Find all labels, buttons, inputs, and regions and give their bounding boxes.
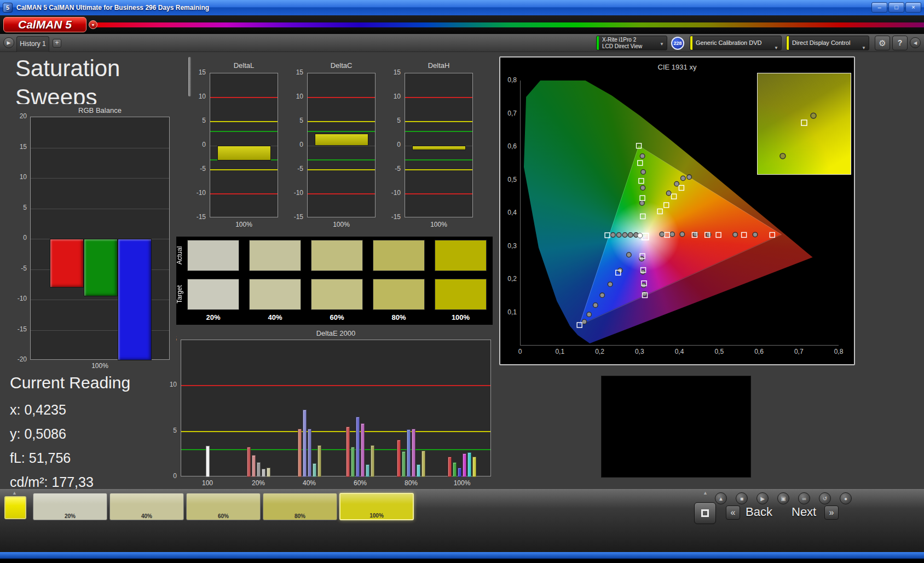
reading-x: x: 0,4235 (10, 402, 130, 418)
rgb-gridline (31, 178, 169, 179)
transport-loop-button[interactable]: ↺ (819, 492, 831, 504)
patch-col-label: 100% (435, 313, 487, 321)
transport-stop-button[interactable]: ■ (736, 492, 748, 504)
expand-panel-button[interactable]: ▶ (3, 37, 14, 48)
measurement-point (674, 181, 679, 186)
tab-history-1[interactable]: History 1 (16, 36, 49, 52)
cie-ytick-label: 0,3 (507, 242, 517, 250)
limit-line (210, 131, 278, 132)
add-tab-button[interactable]: + (53, 39, 61, 48)
rgb-balance-chart: RGB Balance 20151050-5-10-15-20 100% (0, 104, 176, 375)
measurement-point (733, 232, 738, 237)
restore-button[interactable]: □ (888, 2, 904, 13)
window-bottom-border (0, 552, 924, 559)
measurement-point (627, 252, 632, 257)
cie-inset-points (758, 73, 851, 174)
cie-xtick-label: 0,4 (668, 348, 690, 355)
transport-eject-button[interactable]: ▲ (715, 492, 727, 504)
bottom-swatch-80%[interactable]: 80% (263, 493, 337, 520)
deltac-plot (307, 73, 376, 217)
rgb-ytick-label: 20 (20, 112, 27, 120)
inset-measurement-point (780, 153, 786, 159)
deltah-chart: DeltaH 151050-5-10-15 100% (379, 61, 475, 230)
rgb-ytick-label: -5 (21, 265, 27, 272)
transport-frame-button[interactable]: ▣ (777, 492, 789, 504)
cie-y-axis: 0,10,20,30,40,50,60,70,8 (503, 81, 518, 346)
bottom-swatch-label: 100% (340, 513, 413, 519)
help-button[interactable]: ? (892, 36, 908, 50)
transport-play-button[interactable]: ▶ (756, 492, 769, 504)
measurement-point (622, 233, 627, 238)
transport-infinity-button[interactable]: ∞ (798, 492, 810, 504)
meter-dropdown[interactable]: X-Rite i1Pro 2 LCD Direct View ▼ (596, 36, 667, 50)
collapse-panel-button[interactable]: ◀ (910, 37, 921, 48)
de-ytick-label: 10 (170, 381, 177, 388)
title-bar[interactable]: 5 CalMAN 5 CalMAN Ultimate for Business … (0, 0, 924, 15)
back-button[interactable]: Back (746, 505, 772, 519)
minimize-button[interactable]: – (871, 2, 887, 13)
cie-xtick-label: 0,1 (549, 348, 571, 355)
de-bar (402, 451, 406, 477)
measurement-point (608, 282, 613, 287)
chevron-down-icon: ▼ (862, 41, 866, 50)
panel-splitter[interactable] (188, 57, 191, 96)
deltae-plot: 10020%40%60%80%100% (181, 340, 491, 476)
target-point (657, 209, 662, 214)
rgb-ytick-label: 10 (20, 173, 27, 181)
limit-line (210, 97, 278, 98)
logo-menu-button[interactable]: ▼ (89, 20, 97, 29)
inset-measurement-point (811, 113, 816, 118)
delta-ytick-label: 10 (394, 93, 401, 100)
settings-button[interactable]: ⚙ (875, 36, 890, 50)
next-button[interactable]: Next (792, 505, 816, 519)
delta-gridline (308, 146, 375, 146)
source-dropdown[interactable]: Generic Calibration DVD ▼ (690, 36, 782, 50)
frame-icon: ▣ (778, 493, 789, 504)
stop-icon: ■ (736, 493, 747, 504)
delta-ytick-label: -15 (294, 213, 303, 221)
delta-ytick-label: -5 (395, 165, 401, 173)
display-control-label: Direct Display Control (792, 36, 861, 50)
limit-line (210, 121, 278, 122)
measurement-point (600, 293, 605, 298)
target-point (638, 160, 643, 165)
de-bar (397, 440, 401, 477)
measurement-point (640, 269, 645, 274)
meter-line1: X-Rite i1Pro 2 (602, 37, 659, 43)
logo-bar: CalMAN 5 ▼ (0, 15, 924, 34)
bottom-swatch-60%[interactable]: 60% (186, 493, 261, 520)
rgb-ytick-label: 5 (23, 204, 27, 211)
current-reading-title: Current Reading (10, 374, 130, 392)
next-chevron-icon[interactable]: » (824, 505, 839, 520)
cie-xtick-label: 0,2 (589, 348, 611, 355)
de-bar (247, 447, 251, 477)
target-point (742, 232, 747, 237)
back-chevron-icon[interactable]: « (726, 505, 740, 520)
stop-measure-button[interactable] (694, 502, 716, 524)
display-status-bar (787, 36, 789, 50)
deltac-y-axis: 151050-5-10-15 (285, 73, 305, 217)
bottom-control-bar: ▲ ▲ 20%40%60%80%100% ▲■▶▣∞↺● « Back Next… (0, 489, 924, 552)
limit-line (405, 97, 472, 98)
meter-status-bar (597, 36, 599, 50)
deltal-plot (210, 73, 278, 217)
transport-record-button[interactable]: ● (840, 492, 852, 504)
target-patch-80% (373, 279, 425, 310)
cie-xtick-label: 0 (509, 348, 531, 355)
collapse-handle-icon[interactable]: ▲ (703, 490, 708, 496)
de-bar (472, 457, 476, 477)
target-point (665, 232, 669, 237)
delta-ytick-label: 10 (199, 93, 206, 100)
close-button[interactable]: × (905, 2, 921, 13)
rgb-bar-red (50, 239, 84, 288)
cie-ytick-label: 0,8 (507, 76, 517, 84)
bottom-swatch-100%[interactable]: 100% (339, 493, 414, 520)
display-control-dropdown[interactable]: Direct Display Control ▼ (786, 36, 869, 50)
limit-line (308, 169, 375, 170)
source-label: Generic Calibration DVD (696, 36, 773, 50)
patch-col-label: 60% (311, 313, 363, 321)
eject-icon: ▲ (715, 493, 726, 504)
deltae-2000-chart: DeltaE 2000 051015 10020%40%60%80%100% (162, 329, 495, 491)
de-bar (308, 429, 311, 477)
de-group-label: 60% (347, 479, 374, 487)
